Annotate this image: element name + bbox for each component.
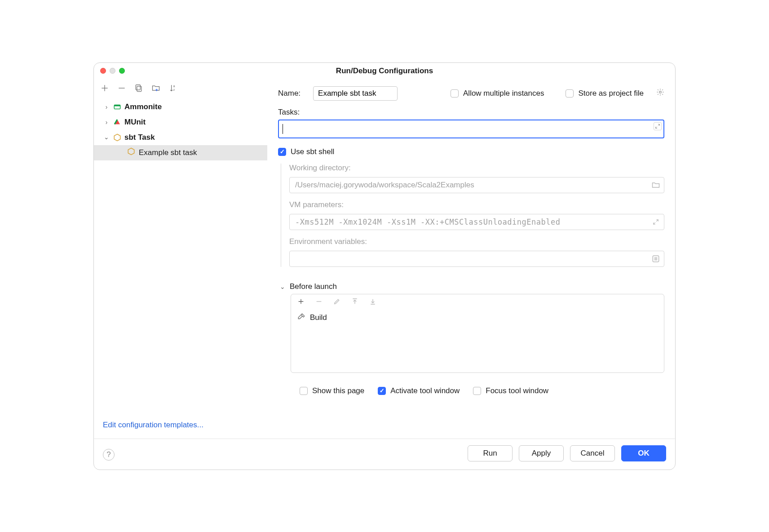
use-sbt-shell-checkbox[interactable]: Use sbt shell [278, 147, 664, 156]
run-debug-config-dialog: Run/Debug Configurations az [93, 62, 676, 470]
remove-config-button[interactable] [117, 84, 126, 95]
before-launch-toolbar [291, 294, 664, 311]
chevron-down-icon: ⌄ [103, 133, 110, 141]
tree-node-sbt-task[interactable]: ⌄ sbt Task [94, 130, 267, 145]
cancel-button[interactable]: Cancel [570, 445, 615, 461]
edit-templates-link[interactable]: Edit configuration templates... [94, 414, 267, 439]
before-launch-header[interactable]: ⌄ Before launch [278, 282, 664, 291]
checkbox-label: Store as project file [578, 89, 644, 98]
sbt-task-icon [113, 133, 122, 142]
checkbox-label: Use sbt shell [291, 147, 334, 156]
show-this-page-checkbox[interactable]: Show this page [300, 386, 364, 395]
vm-params-value: -Xms512M -Xmx1024M -Xss1M -XX:+CMSClassU… [295, 217, 560, 226]
hammer-icon [297, 313, 305, 323]
traffic-lights [100, 68, 125, 74]
name-label: Name: [278, 89, 301, 98]
focus-tool-window-checkbox[interactable]: Focus tool window [473, 386, 548, 395]
working-dir-input: /Users/maciej.gorywoda/workspace/Scala2E… [289, 177, 664, 193]
checkbox-icon [278, 148, 286, 156]
run-button[interactable]: Run [468, 445, 513, 461]
list-icon [651, 254, 660, 263]
edit-task-button [333, 298, 340, 307]
tree-node-label: Ammonite [124, 102, 162, 111]
checkbox-label: Activate tool window [390, 386, 460, 395]
checkbox-icon [378, 387, 386, 395]
tasks-label: Tasks: [278, 108, 664, 117]
text-cursor [283, 124, 283, 134]
apply-button[interactable]: Apply [519, 445, 564, 461]
titlebar: Run/Debug Configurations [94, 63, 675, 79]
svg-marker-7 [128, 148, 134, 155]
svg-rect-0 [137, 86, 141, 91]
env-vars-input [289, 251, 664, 267]
remove-task-button [315, 298, 323, 307]
activate-tool-window-checkbox[interactable]: Activate tool window [378, 386, 460, 395]
dialog-buttonbar: Run Apply Cancel OK [94, 439, 675, 470]
checkbox-icon [451, 89, 459, 98]
vm-params-input: -Xms512M -Xmx1024M -Xss1M -XX:+CMSClassU… [289, 214, 664, 230]
tree-node-ammonite[interactable]: › Ammonite [94, 99, 267, 115]
tree-node-label: sbt Task [124, 133, 155, 142]
working-dir-value: /Users/maciej.gorywoda/workspace/Scala2E… [295, 181, 474, 190]
ammonite-icon [113, 102, 122, 111]
dialog-title: Run/Debug Configurations [94, 66, 675, 75]
tree-node-munit[interactable]: › MUnit [94, 115, 267, 130]
before-launch-item-label: Build [310, 313, 327, 322]
tree-node-example-sbt-task[interactable]: Example sbt task [94, 145, 267, 160]
copy-config-button[interactable] [134, 84, 143, 95]
munit-icon [113, 118, 122, 127]
name-input[interactable] [313, 86, 398, 101]
chevron-down-icon: ⌄ [280, 283, 285, 290]
move-down-button [369, 298, 376, 307]
sort-button[interactable]: az [168, 84, 177, 95]
config-sidebar: az › Ammonite › MUnit [94, 79, 267, 439]
tree-node-label: MUnit [124, 118, 146, 127]
working-dir-label: Working directory: [289, 164, 664, 173]
vm-params-label: VM parameters: [289, 200, 664, 209]
svg-point-8 [659, 91, 662, 93]
svg-rect-1 [136, 84, 140, 90]
chevron-right-icon: › [103, 119, 110, 126]
before-launch-list: Build [291, 294, 664, 373]
svg-rect-5 [114, 105, 120, 106]
allow-multiple-checkbox[interactable]: Allow multiple instances [451, 89, 544, 98]
sbt-task-icon [127, 147, 135, 158]
add-task-button[interactable] [297, 298, 305, 307]
tasks-input[interactable] [278, 120, 664, 138]
svg-text:a: a [173, 84, 175, 87]
before-launch-item-build[interactable]: Build [291, 311, 664, 325]
sbt-shell-disabled-section: Working directory: /Users/maciej.gorywod… [281, 164, 664, 267]
chevron-right-icon: › [103, 103, 110, 111]
window-zoom-icon[interactable] [119, 68, 125, 74]
expand-field-icon[interactable] [654, 122, 662, 130]
svg-text:z: z [173, 88, 175, 91]
checkbox-icon [300, 387, 308, 395]
expand-field-icon [651, 217, 660, 226]
folder-icon [651, 181, 660, 190]
ok-button[interactable]: OK [621, 445, 666, 461]
svg-marker-6 [114, 134, 120, 141]
config-form: Name: Allow multiple instances Store as … [267, 79, 675, 439]
checkbox-label: Focus tool window [486, 386, 548, 395]
move-up-button [351, 298, 358, 307]
add-config-button[interactable] [100, 84, 109, 95]
env-vars-label: Environment variables: [289, 237, 664, 246]
store-as-project-checkbox[interactable]: Store as project file [566, 89, 644, 98]
checkbox-icon [473, 387, 481, 395]
checkbox-label: Show this page [312, 386, 364, 395]
help-button[interactable]: ? [103, 449, 115, 461]
window-close-icon[interactable] [100, 68, 106, 74]
gear-icon[interactable] [656, 88, 664, 98]
before-launch-label: Before launch [290, 282, 337, 291]
checkbox-label: Allow multiple instances [463, 89, 544, 98]
window-minimize-icon [110, 68, 115, 74]
config-tree[interactable]: › Ammonite › MUnit ⌄ [94, 98, 267, 414]
sidebar-toolbar: az [94, 79, 267, 98]
checkbox-icon [566, 89, 574, 98]
tree-node-label: Example sbt task [139, 148, 197, 157]
save-folder-button[interactable] [151, 84, 160, 95]
